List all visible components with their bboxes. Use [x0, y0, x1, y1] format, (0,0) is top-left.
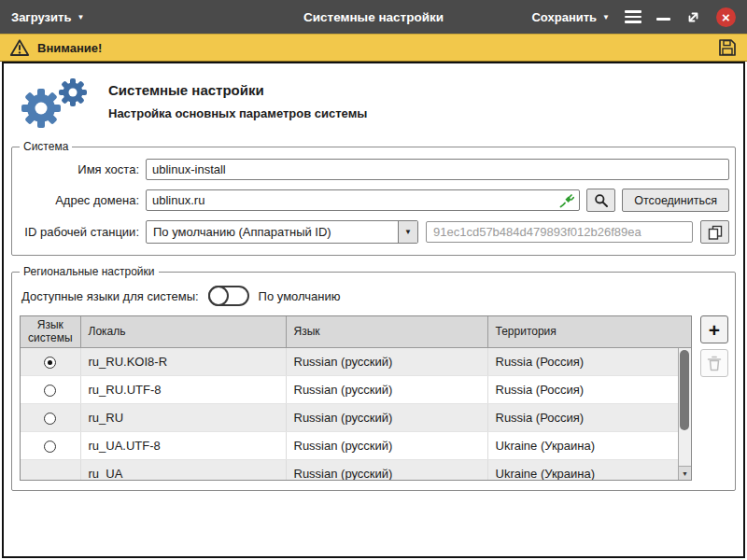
workstation-id-select[interactable]: По умолчанию (Аппаратный ID) ▼ — [146, 220, 418, 244]
regional-section-legend: Региональные настройки — [20, 265, 159, 278]
chevron-down-icon: ▼ — [77, 14, 84, 21]
copy-id-button[interactable] — [700, 220, 729, 244]
maximize-button[interactable] — [685, 9, 701, 25]
system-language-cell — [21, 431, 80, 459]
locale-table-body: ru_RU.KOI8-RRussian (русский)Russia (Рос… — [21, 347, 692, 481]
domain-search-button[interactable] — [586, 189, 615, 212]
locale-cell: ru_RU.UTF-8 — [80, 375, 286, 403]
close-icon: × — [722, 10, 730, 24]
table-header-row: Язык системы Локаль Язык Территория — [21, 316, 692, 347]
locale-cell: ru_UA.UTF-8 — [80, 431, 286, 459]
table-row[interactable]: ru_UARussian (русский)Ukraine (Украина) — [21, 459, 692, 481]
domain-input[interactable] — [146, 189, 580, 211]
territory-cell: Russia (Россия) — [487, 375, 692, 403]
load-menu-button[interactable]: Загрузить ▼ — [11, 10, 84, 24]
hostname-label: Имя хоста: — [20, 162, 139, 176]
workstation-id-select-value: По умолчанию (Аппаратный ID) — [147, 221, 398, 243]
arrow-down-icon: ▼ — [682, 470, 688, 477]
warning-text: Внимание! — [37, 41, 102, 55]
titlebar: Загрузить ▼ Системные настройки Сохранит… — [0, 0, 747, 34]
menu-icon[interactable] — [625, 10, 641, 23]
copy-icon — [708, 225, 723, 240]
locale-cell: ru_RU — [80, 403, 286, 431]
system-language-radio[interactable] — [44, 441, 56, 453]
expand-icon — [685, 9, 701, 25]
chevron-down-icon: ▼ — [398, 221, 417, 243]
scrollbar-thumb[interactable] — [680, 350, 689, 430]
minimize-button[interactable] — [656, 18, 670, 21]
trash-icon — [707, 356, 722, 371]
chevron-down-icon: ▼ — [602, 14, 610, 21]
warning-icon — [9, 38, 30, 57]
system-language-radio[interactable] — [44, 413, 56, 425]
locale-cell: ru_UA — [80, 459, 286, 481]
table-scrollbar[interactable]: ▼ — [678, 348, 691, 480]
table-row[interactable]: ru_RURussian (русский)Russia (Россия) — [21, 403, 692, 431]
territory-cell: Ukraine (Украина) — [487, 459, 692, 481]
column-header-locale: Локаль — [80, 316, 286, 347]
save-menu-button[interactable]: Сохранить ▼ — [531, 10, 610, 24]
language-cell: Russian (русский) — [286, 431, 487, 459]
table-row[interactable]: ru_RU.KOI8-RRussian (русский)Russia (Рос… — [21, 347, 692, 375]
territory-cell: Russia (Россия) — [487, 347, 692, 375]
domain-row: Адрес домена: Отсоединиться — [20, 189, 729, 212]
plus-icon: + — [709, 320, 720, 340]
gears-icon — [13, 75, 95, 133]
locale-table: Язык системы Локаль Язык Территория ru_R… — [20, 315, 692, 481]
hostname-input[interactable] — [146, 159, 729, 180]
workstation-id-value: 91ec1cd57b484d479893f012b26f89ea — [426, 221, 693, 243]
warning-bar: Внимание! — [0, 34, 747, 62]
system-language-radio[interactable] — [44, 385, 56, 397]
column-header-language: Язык — [286, 316, 487, 347]
column-header-territory: Территория — [487, 316, 692, 347]
close-button[interactable]: × — [716, 7, 736, 27]
system-section-legend: Система — [20, 140, 72, 153]
floppy-save-icon — [717, 37, 738, 58]
scroll-down-button[interactable]: ▼ — [679, 466, 691, 480]
workstation-id-row: ID рабочей станции: По умолчанию (Аппара… — [20, 220, 729, 244]
connect-plug-icon — [559, 193, 574, 208]
language-cell: Russian (русский) — [286, 375, 487, 403]
available-languages-label: Доступные языки для системы: — [21, 289, 199, 303]
locale-cell: ru_RU.KOI8-R — [80, 347, 286, 375]
system-language-cell — [21, 403, 80, 431]
load-menu-label: Загрузить — [11, 10, 71, 24]
system-settings-window: Загрузить ▼ Системные настройки Сохранит… — [0, 0, 747, 560]
add-locale-button[interactable]: + — [700, 315, 728, 343]
hostname-row: Имя хоста: — [20, 159, 729, 180]
language-cell: Russian (русский) — [286, 347, 487, 375]
domain-label: Адрес домена: — [20, 193, 139, 207]
regional-section: Региональные настройки Доступные языки д… — [11, 265, 736, 491]
system-language-cell — [21, 347, 80, 375]
territory-cell: Russia (Россия) — [487, 403, 692, 431]
save-file-button[interactable] — [717, 37, 738, 58]
table-row[interactable]: ru_RU.UTF-8Russian (русский)Russia (Росс… — [21, 375, 692, 403]
workstation-id-label: ID рабочей станции: — [20, 225, 139, 239]
system-language-cell — [21, 459, 80, 481]
search-icon — [594, 193, 609, 208]
system-language-radio[interactable] — [44, 357, 56, 369]
main-panel: Системные настройки Настройка основных п… — [2, 62, 745, 558]
available-languages-row: Доступные языки для системы: По умолчани… — [21, 286, 729, 306]
disconnect-button[interactable]: Отсоединиться — [622, 189, 729, 212]
page-subtitle: Настройка основных параметров системы — [108, 106, 367, 120]
default-label: По умолчанию — [259, 289, 341, 303]
language-cell: Russian (русский) — [286, 403, 487, 431]
table-row[interactable]: ru_UA.UTF-8Russian (русский)Ukraine (Укр… — [21, 431, 692, 459]
column-header-system-language: Язык системы — [21, 316, 80, 347]
system-section: Система Имя хоста: Адрес домена: — [11, 140, 736, 256]
delete-locale-button[interactable] — [700, 349, 728, 377]
page-title: Системные настройки — [108, 82, 367, 98]
language-cell: Russian (русский) — [286, 459, 487, 481]
system-language-cell — [21, 375, 80, 403]
territory-cell: Ukraine (Украина) — [487, 431, 692, 459]
languages-toggle[interactable] — [208, 286, 249, 306]
save-menu-label: Сохранить — [531, 10, 597, 24]
toggle-knob — [208, 286, 229, 306]
page-header: Системные настройки Настройка основных п… — [4, 63, 743, 136]
